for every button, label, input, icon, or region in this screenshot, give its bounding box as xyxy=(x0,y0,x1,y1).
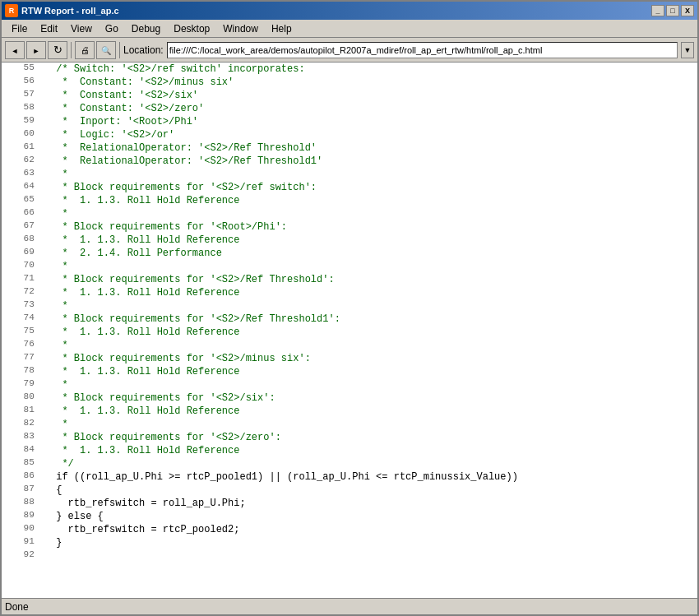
title-controls: _ □ X xyxy=(651,5,694,16)
line-code: * Constant: '<S2>/zero' xyxy=(41,102,697,115)
line-code: * xyxy=(41,168,697,181)
line-code: * 1. 1.3. Roll Hold Reference xyxy=(41,326,697,339)
line-number: 62 xyxy=(2,155,41,168)
minimize-button[interactable]: _ xyxy=(651,5,664,16)
table-row: 69 * 2. 1.4. Roll Performance xyxy=(2,247,697,260)
line-number: 63 xyxy=(2,168,41,181)
line-code: * xyxy=(41,207,697,220)
line-code: /* Switch: '<S2>/ref switch' incorporate… xyxy=(41,63,697,76)
location-input[interactable] xyxy=(167,42,678,58)
table-row: 57 * Constant: '<S2>/six' xyxy=(2,89,697,102)
line-number: 68 xyxy=(2,234,41,247)
table-row: 79 * xyxy=(2,378,697,391)
menu-go[interactable]: Go xyxy=(99,21,125,36)
line-code: */ xyxy=(41,457,697,470)
back-button[interactable] xyxy=(5,41,25,59)
table-row: 58 * Constant: '<S2>/zero' xyxy=(2,102,697,115)
table-row: 86 if ((roll_ap_U.Phi >= rtcP_pooled1) |… xyxy=(2,470,697,484)
table-row: 71 * Block requirements for '<S2>/Ref Th… xyxy=(2,273,697,286)
code-table: 55 /* Switch: '<S2>/ref switch' incorpor… xyxy=(2,63,697,563)
table-row: 84 * 1. 1.3. Roll Hold Reference xyxy=(2,444,697,457)
line-number: 58 xyxy=(2,102,41,115)
table-row: 62 * RelationalOperator: '<S2>/Ref Thres… xyxy=(2,155,697,168)
line-number: 77 xyxy=(2,352,41,365)
line-code: { xyxy=(41,484,697,497)
line-number: 78 xyxy=(2,365,41,378)
line-number: 69 xyxy=(2,247,41,260)
line-code: rtb_refswitch = rtcP_pooled2; xyxy=(41,523,697,536)
search-icon xyxy=(101,45,111,55)
forward-button[interactable] xyxy=(26,41,46,59)
table-row: 56 * Constant: '<S2>/minus six' xyxy=(2,76,697,89)
line-code: * Block requirements for '<S2>/minus six… xyxy=(41,352,697,365)
close-button[interactable]: X xyxy=(681,5,694,16)
table-row: 85 */ xyxy=(2,457,697,470)
table-row: 67 * Block requirements for '<Root>/Phi'… xyxy=(2,220,697,234)
toolbar: Location: ▼ xyxy=(2,38,697,63)
title-bar: R RTW Report - roll_ap.c _ □ X xyxy=(2,2,697,20)
location-label: Location: xyxy=(123,44,164,56)
line-code: * Constant: '<S2>/six' xyxy=(41,89,697,102)
line-code: * Block requirements for '<S2>/ref switc… xyxy=(41,181,697,194)
line-code: } else { xyxy=(41,510,697,523)
line-number: 87 xyxy=(2,484,41,497)
line-number: 91 xyxy=(2,536,41,549)
print-icon xyxy=(81,45,90,55)
line-number: 84 xyxy=(2,444,41,457)
line-number: 61 xyxy=(2,141,41,155)
table-row: 68 * 1. 1.3. Roll Hold Reference xyxy=(2,234,697,247)
line-number: 70 xyxy=(2,260,41,273)
line-code: * 1. 1.3. Roll Hold Reference xyxy=(41,405,697,418)
table-row: 66 * xyxy=(2,207,697,220)
print-button[interactable] xyxy=(75,41,95,59)
code-view: 55 /* Switch: '<S2>/ref switch' incorpor… xyxy=(2,63,697,598)
refresh-button[interactable] xyxy=(48,41,67,59)
menu-window[interactable]: Window xyxy=(216,21,265,36)
line-code: * Block requirements for '<S2>/zero': xyxy=(41,431,697,444)
line-code: * 2. 1.4. Roll Performance xyxy=(41,247,697,260)
code-scroll[interactable]: 55 /* Switch: '<S2>/ref switch' incorpor… xyxy=(2,63,697,598)
line-number: 55 xyxy=(2,63,41,76)
search-button[interactable] xyxy=(96,41,116,59)
toolbar-separator-1 xyxy=(71,42,72,58)
location-dropdown[interactable]: ▼ xyxy=(681,42,694,58)
menu-view[interactable]: View xyxy=(64,21,99,36)
table-row: 61 * RelationalOperator: '<S2>/Ref Thres… xyxy=(2,141,697,155)
table-row: 91 } xyxy=(2,536,697,549)
table-row: 70 * xyxy=(2,260,697,273)
table-row: 60 * Logic: '<S2>/or' xyxy=(2,128,697,141)
line-number: 56 xyxy=(2,76,41,89)
back-icon xyxy=(12,45,19,55)
menu-edit[interactable]: Edit xyxy=(34,21,64,36)
table-row: 90 rtb_refswitch = rtcP_pooled2; xyxy=(2,523,697,536)
line-number: 67 xyxy=(2,220,41,234)
line-number: 72 xyxy=(2,286,41,299)
line-number: 80 xyxy=(2,391,41,405)
line-code: * xyxy=(41,299,697,313)
line-code: * xyxy=(41,260,697,273)
menu-file[interactable]: File xyxy=(5,21,34,36)
line-number: 79 xyxy=(2,378,41,391)
line-code: * 1. 1.3. Roll Hold Reference xyxy=(41,444,697,457)
line-code: if ((roll_ap_U.Phi >= rtcP_pooled1) || (… xyxy=(41,470,697,484)
table-row: 77 * Block requirements for '<S2>/minus … xyxy=(2,352,697,365)
menu-bar: File Edit View Go Debug Desktop Window H… xyxy=(2,20,697,38)
table-row: 76 * xyxy=(2,339,697,352)
table-row: 78 * 1. 1.3. Roll Hold Reference xyxy=(2,365,697,378)
table-row: 82 * xyxy=(2,418,697,431)
table-row: 65 * 1. 1.3. Roll Hold Reference xyxy=(2,194,697,207)
line-number: 75 xyxy=(2,326,41,339)
status-text: Done xyxy=(5,601,694,613)
menu-help[interactable]: Help xyxy=(265,21,299,36)
line-code xyxy=(41,549,697,563)
table-row: 73 * xyxy=(2,299,697,313)
maximize-button[interactable]: □ xyxy=(666,5,679,16)
line-number: 71 xyxy=(2,273,41,286)
menu-desktop[interactable]: Desktop xyxy=(167,21,216,36)
line-code: * Inport: '<Root>/Phi' xyxy=(41,115,697,128)
line-number: 65 xyxy=(2,194,41,207)
menu-debug[interactable]: Debug xyxy=(125,21,167,36)
line-code: * xyxy=(41,378,697,391)
window-title: RTW Report - roll_ap.c xyxy=(21,6,119,16)
content-area: 55 /* Switch: '<S2>/ref switch' incorpor… xyxy=(2,63,697,598)
